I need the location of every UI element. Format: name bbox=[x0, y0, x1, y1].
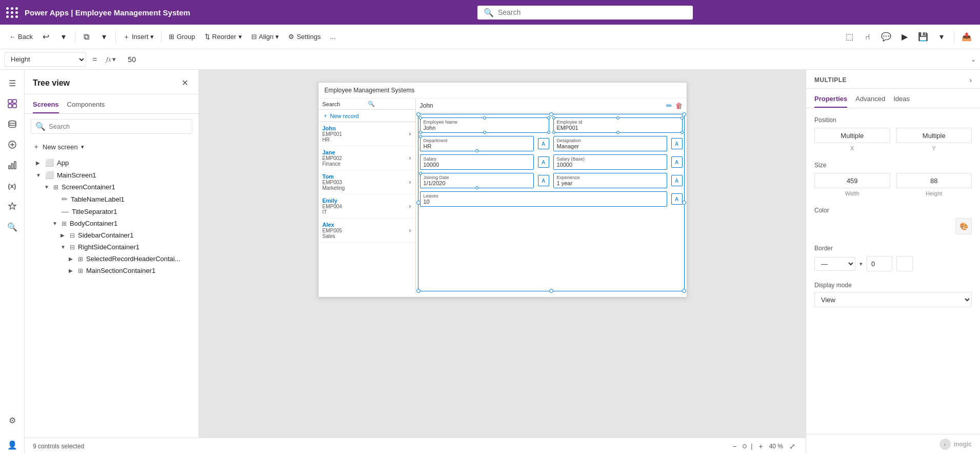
nav-variables-icon[interactable]: (x) bbox=[3, 176, 22, 195]
formula-expand-icon[interactable]: ⌄ bbox=[971, 56, 976, 63]
save-chevron-button[interactable]: ▾ bbox=[933, 29, 950, 45]
tree-item-bodycontainer1[interactable]: ▼ ⊞ BodyContainer1 bbox=[25, 218, 198, 229]
list-item-john[interactable]: John EMP001 HR › bbox=[318, 122, 415, 146]
align-chevron: ▾ bbox=[275, 33, 279, 41]
controls-selected-label: 9 controls selected bbox=[33, 443, 84, 450]
tree-item-sidebarcontainer1[interactable]: ▶ ⊟ SidebarContainer1 bbox=[25, 229, 198, 241]
nav-settings-icon[interactable]: ⚙ bbox=[3, 411, 22, 429]
tree-item-selectedrecordheadercontainer[interactable]: ▶ ⊞ SelectedRecordHeaderContai... bbox=[25, 253, 198, 265]
canvas-search-bar[interactable]: Search 🔍 bbox=[318, 98, 415, 110]
field-a-badge-2: A bbox=[538, 138, 549, 149]
tab-ideas[interactable]: Ideas bbox=[893, 93, 910, 108]
fit-screen-button[interactable]: ⤢ bbox=[787, 441, 797, 451]
prop-y-label: Y bbox=[896, 145, 972, 151]
sep4 bbox=[954, 31, 954, 43]
copy-dropdown-button[interactable]: ▾ bbox=[96, 29, 112, 45]
tree-item-mainsectioncontainer1[interactable]: ▶ ⊞ MainSectionContainer1 bbox=[25, 265, 198, 277]
group-button[interactable]: ⊞ Group bbox=[165, 31, 199, 43]
tree-item-rightsidecontainer1[interactable]: ▼ ⊟ RightSideContainer1 bbox=[25, 241, 198, 253]
svg-rect-0 bbox=[8, 100, 12, 103]
canvas-new-record-button[interactable]: ＋ New record bbox=[318, 110, 415, 122]
svg-rect-3 bbox=[13, 104, 16, 108]
canvas-delete-icon[interactable]: 🗑 bbox=[675, 102, 683, 110]
multiple-label: MULTIPLE bbox=[814, 76, 847, 84]
prop-border-label: Border bbox=[814, 245, 972, 252]
copy-button[interactable]: ⧉ bbox=[78, 29, 95, 45]
border-value-input[interactable] bbox=[867, 256, 892, 271]
undo-dropdown-button[interactable]: ▾ bbox=[55, 29, 72, 45]
tab-screens[interactable]: Screens bbox=[33, 98, 59, 113]
nav-hamburger-icon[interactable]: ☰ bbox=[3, 74, 22, 92]
tree-search-input[interactable] bbox=[49, 123, 188, 130]
app-launcher-icon[interactable] bbox=[6, 7, 18, 18]
nav-custom-icon[interactable] bbox=[3, 197, 22, 215]
color-swatch[interactable]: 🎨 bbox=[955, 218, 972, 234]
fx-button[interactable]: 𝑓𝑥 ▾ bbox=[103, 55, 119, 64]
comment-icon-button[interactable]: 💬 bbox=[878, 29, 894, 45]
zoom-in-button[interactable]: + bbox=[756, 441, 765, 451]
insert-button[interactable]: ＋ Insert ▾ bbox=[119, 30, 158, 44]
more-button[interactable]: ... bbox=[326, 31, 339, 43]
list-item-emily[interactable]: Emily EMP004 IT › bbox=[318, 194, 415, 219]
formula-input[interactable] bbox=[123, 52, 965, 67]
list-item-tom[interactable]: Tom EMP003 Marketing › bbox=[318, 170, 415, 194]
field-leaves: Leaves 10 bbox=[420, 191, 667, 207]
tree-item-tablenamelabel1[interactable]: ▶ ✏ TableNameLabel1 bbox=[25, 193, 198, 205]
canvas-edit-icon[interactable]: ✏ bbox=[666, 102, 672, 110]
prop-x-input[interactable] bbox=[814, 128, 890, 143]
tree-item-titleseparator1[interactable]: ▶ — TitleSeparator1 bbox=[25, 205, 198, 218]
tab-advanced[interactable]: Advanced bbox=[855, 93, 885, 108]
zoom-out-button[interactable]: − bbox=[730, 441, 738, 451]
tab-components[interactable]: Components bbox=[67, 98, 105, 113]
new-screen-chevron: ▾ bbox=[81, 144, 84, 150]
nav-user-icon[interactable]: 👤 bbox=[3, 436, 22, 454]
align-button[interactable]: ⊟ Align ▾ bbox=[247, 31, 284, 43]
tree-search-icon: 🔍 bbox=[35, 122, 46, 131]
reorder-button[interactable]: ⇅ Reorder ▾ bbox=[201, 31, 246, 43]
tree-item-screencontainer1[interactable]: ▼ ⊞ ScreenContainer1 bbox=[25, 181, 198, 193]
undo-button[interactable]: ↩ bbox=[38, 29, 54, 45]
property-selector[interactable]: Height bbox=[4, 52, 86, 67]
nav-search-icon[interactable]: 🔍 bbox=[3, 218, 22, 236]
list-item-alex[interactable]: Alex EMP005 Sales › bbox=[318, 219, 415, 243]
top-search-box[interactable]: 🔍 bbox=[477, 6, 693, 19]
prop-y-input[interactable] bbox=[896, 128, 972, 143]
canvas-left-panel: Search 🔍 ＋ New record John EMP001 HR bbox=[318, 98, 416, 293]
display-mode-select[interactable]: View Edit Disabled bbox=[814, 292, 972, 307]
equals-sign: = bbox=[90, 55, 99, 64]
tree-item-app[interactable]: ▶ ⬜ App bbox=[25, 156, 198, 169]
field-designation: Designation Manager bbox=[553, 136, 667, 151]
canvas-search-icon: 🔍 bbox=[368, 101, 411, 107]
status-bar-right: − | + 40 % ⤢ bbox=[730, 441, 797, 451]
settings-button[interactable]: ⚙ Settings bbox=[284, 31, 325, 43]
publish-icon-button[interactable]: 📤 bbox=[958, 29, 975, 45]
list-item-jane[interactable]: Jane EMP002 Finance › bbox=[318, 146, 415, 170]
fh3 bbox=[552, 131, 555, 134]
preview-icon-button[interactable]: ⬚ bbox=[841, 29, 857, 45]
tree-search-box[interactable]: 🔍 bbox=[31, 119, 192, 134]
prop-color-section: Color 🎨 bbox=[814, 207, 972, 234]
field-department: Department HR bbox=[420, 136, 534, 151]
play-icon-button[interactable]: ▶ bbox=[896, 29, 913, 45]
nav-insert-icon[interactable] bbox=[3, 135, 22, 154]
border-style-select[interactable]: — - - ··· bbox=[814, 257, 855, 271]
prop-x-label: X bbox=[814, 145, 890, 151]
new-screen-button[interactable]: ＋ New screen ▾ bbox=[25, 139, 198, 154]
border-color-swatch[interactable] bbox=[896, 256, 913, 271]
prop-width-field: Width bbox=[814, 173, 890, 196]
save-icon-button[interactable]: 💾 bbox=[915, 29, 931, 45]
tree-close-button[interactable]: ✕ bbox=[179, 76, 190, 90]
prop-width-input[interactable] bbox=[814, 173, 890, 188]
back-button[interactable]: ← Back bbox=[5, 31, 37, 43]
nav-analytics-icon[interactable] bbox=[3, 156, 22, 174]
canvas-area[interactable]: Employee Management Systems Search 🔍 ＋ N… bbox=[199, 70, 806, 454]
top-search-input[interactable] bbox=[498, 8, 687, 16]
tree-item-mainscreen1[interactable]: ▼ ⬜ MainScreen1 bbox=[25, 169, 198, 181]
nav-data-icon[interactable] bbox=[3, 115, 22, 133]
right-panel-expand-button[interactable]: › bbox=[969, 76, 972, 84]
fork-icon-button[interactable]: ⑁ bbox=[859, 29, 876, 45]
nav-screens-icon[interactable] bbox=[3, 94, 22, 113]
tree-tabs: Screens Components bbox=[25, 94, 198, 114]
tab-properties[interactable]: Properties bbox=[814, 93, 847, 108]
prop-height-input[interactable] bbox=[896, 173, 972, 188]
